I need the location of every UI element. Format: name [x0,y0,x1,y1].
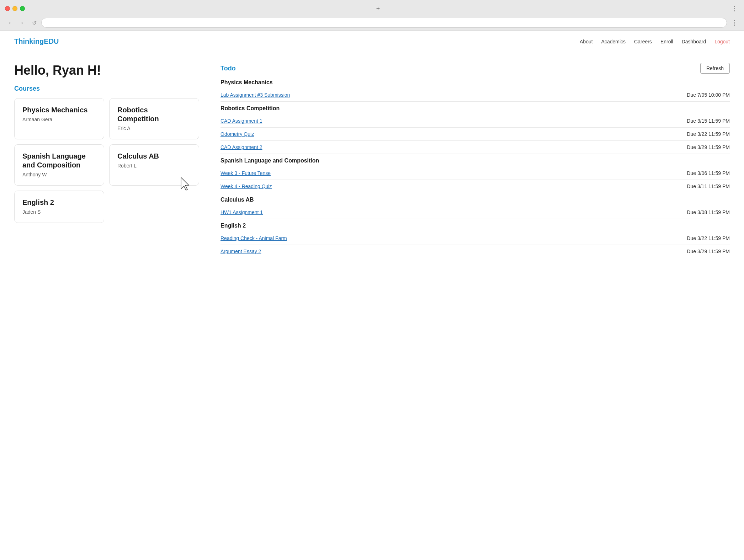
todo-due-lab3: Due 7/05 10:00 PM [687,92,730,98]
main-content: Hello, Ryan H! Courses Physics Mechanics… [0,52,744,269]
course-name-english: English 2 [22,198,96,207]
todo-item: Odometry Quiz Due 3/22 11:59 PM [220,128,730,141]
nav-enroll[interactable]: Enroll [660,39,673,44]
todo-due-cad2: Due 3/29 11:59 PM [687,144,730,150]
course-teacher-calculus: Robert L [117,163,191,169]
close-button[interactable] [5,6,10,11]
nav-careers[interactable]: Careers [634,39,652,44]
todo-link-lab3[interactable]: Lab Assignment #3 Submission [220,92,290,98]
todo-due-week3: Due 3/06 11:59 PM [687,170,730,176]
svg-marker-0 [181,177,189,190]
nav-logout[interactable]: Logout [714,39,730,44]
todo-header-row: Todo Refresh [220,63,730,74]
new-tab-button[interactable]: + [374,4,382,13]
todo-item: Week 3 - Future Tense Due 3/06 11:59 PM [220,167,730,180]
left-panel: Hello, Ryan H! Courses Physics Mechanics… [14,63,199,258]
right-panel: Todo Refresh Physics Mechanics Lab Assig… [220,63,730,258]
course-card-physics[interactable]: Physics Mechanics Armaan Gera [14,98,104,139]
forward-button[interactable]: › [17,18,27,28]
todo-section-title: Todo [220,65,236,72]
todo-due-week4: Due 3/11 11:59 PM [687,183,730,189]
todo-due-essay2: Due 3/29 11:59 PM [687,249,730,254]
browser-chrome: + ⋮ ‹ › ↺ ⋮ [0,0,744,31]
browser-nav-bar: ‹ › ↺ ⋮ [0,16,744,31]
todo-link-animalfarm[interactable]: Reading Check - Animal Farm [220,235,287,241]
top-nav: ThinkingEDU About Academics Careers Enro… [0,31,744,52]
todo-link-essay2[interactable]: Argument Essay 2 [220,249,261,254]
todo-link-cad1[interactable]: CAD Assignment 1 [220,118,262,124]
todo-course-physics: Physics Mechanics [220,79,730,86]
todo-item: Week 4 - Reading Quiz Due 3/11 11:59 PM [220,180,730,193]
greeting-heading: Hello, Ryan H! [14,63,199,78]
todo-due-animalfarm: Due 3/22 11:59 PM [687,235,730,241]
todo-item: CAD Assignment 1 Due 3/15 11:59 PM [220,114,730,128]
todo-course-english: English 2 [220,223,730,229]
todo-due-odometry: Due 3/22 11:59 PM [687,131,730,137]
course-teacher-spanish: Anthony W [22,172,96,177]
course-teacher-english: Jaden S [22,209,96,215]
todo-item: Argument Essay 2 Due 3/29 11:59 PM [220,245,730,258]
traffic-lights [5,6,25,11]
course-name-spanish: Spanish Language and Composition [22,152,96,170]
todo-course-robotics: Robotics Competition [220,105,730,112]
more-options-button[interactable]: ⋮ [729,4,739,14]
todo-link-cad2[interactable]: CAD Assignment 2 [220,144,262,150]
todo-course-calculus: Calculus AB [220,197,730,203]
course-teacher-physics: Armaan Gera [22,117,96,122]
todo-link-odometry[interactable]: Odometry Quiz [220,131,254,137]
course-card-calculus[interactable]: Calculus AB Robert L [109,144,199,186]
minimize-button[interactable] [12,6,17,11]
todo-item: CAD Assignment 2 Due 3/29 11:59 PM [220,141,730,154]
course-teacher-robotics: Eric A [117,126,191,131]
address-bar[interactable] [41,18,727,28]
course-card-spanish[interactable]: Spanish Language and Composition Anthony… [14,144,104,186]
nav-links: About Academics Careers Enroll Dashboard… [580,39,730,44]
todo-due-hw1: Due 3/08 11:59 PM [687,209,730,215]
courses-section-title: Courses [14,85,199,92]
tab-bar: + [30,4,726,13]
course-card-robotics[interactable]: Robotics Competition Eric A [109,98,199,139]
course-name-calculus: Calculus AB [117,152,191,161]
todo-item: HW1 Assignment 1 Due 3/08 11:59 PM [220,206,730,219]
fullscreen-button[interactable] [20,6,25,11]
refresh-button[interactable]: Refresh [700,63,730,74]
course-name-physics: Physics Mechanics [22,106,96,114]
nav-about[interactable]: About [580,39,593,44]
todo-link-week4[interactable]: Week 4 - Reading Quiz [220,183,272,189]
course-name-robotics: Robotics Competition [117,106,191,123]
courses-grid: Physics Mechanics Armaan Gera Robotics C… [14,98,199,223]
nav-dashboard[interactable]: Dashboard [682,39,706,44]
brand-link[interactable]: ThinkingEDU [14,37,59,46]
todo-course-spanish: Spanish Language and Composition [220,158,730,164]
page: ThinkingEDU About Academics Careers Enro… [0,31,744,560]
todo-due-cad1: Due 3/15 11:59 PM [687,118,730,124]
nav-academics[interactable]: Academics [601,39,626,44]
browser-more-button[interactable]: ⋮ [729,18,739,28]
todo-item: Reading Check - Animal Farm Due 3/22 11:… [220,232,730,245]
back-button[interactable]: ‹ [5,18,15,28]
todo-link-hw1[interactable]: HW1 Assignment 1 [220,209,263,215]
todo-link-week3[interactable]: Week 3 - Future Tense [220,170,271,176]
todo-item: Lab Assignment #3 Submission Due 7/05 10… [220,89,730,102]
course-card-english[interactable]: English 2 Jaden S [14,191,104,223]
reload-button[interactable]: ↺ [29,18,39,28]
